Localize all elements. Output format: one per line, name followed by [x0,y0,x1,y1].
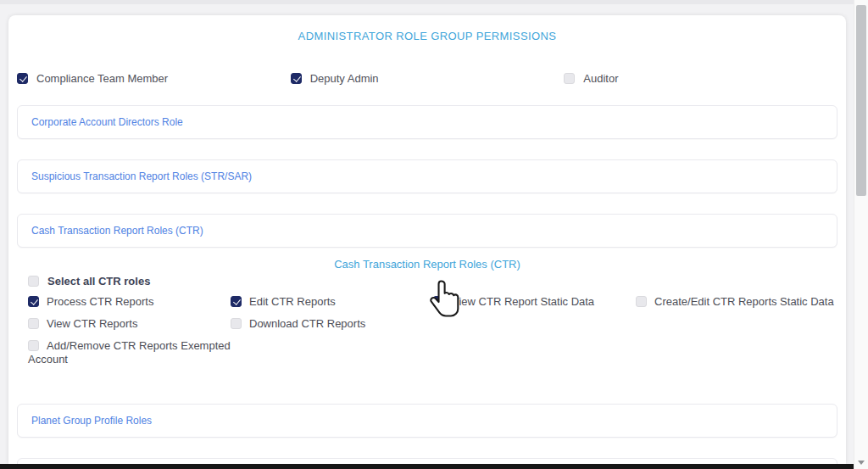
perm-checkbox-process-ctr-reports[interactable]: Process CTR Reports [28,295,231,309]
panel-corporate-account-directors[interactable]: Corporate Account Directors Role [17,105,837,139]
checkbox-icon[interactable] [231,296,242,307]
checkbox-label: Compliance Team Member [36,72,168,85]
perm-checkbox-view-ctr-report-static-data[interactable]: View CTR Report Static Data [433,295,636,309]
role-checkbox-deputy-admin[interactable]: Deputy Admin [291,71,565,85]
checkbox-icon[interactable] [17,73,28,84]
checkbox-icon[interactable] [636,296,647,307]
ctr-expanded-section: Cash Transaction Report Roles (CTR) Sele… [8,258,846,366]
app-viewport: ADMINISTRATOR ROLE GROUP PERMISSIONS Com… [0,0,868,469]
role-checkbox-compliance-team-member[interactable]: Compliance Team Member [17,71,291,85]
perm-checkbox-download-ctr-reports[interactable]: Download CTR Reports [231,317,433,331]
checkbox-icon[interactable] [291,73,302,84]
checkbox-icon[interactable] [564,73,575,84]
checkbox-icon[interactable] [231,318,242,329]
checkbox-label: Edit CTR Reports [249,295,336,308]
perm-checkbox-add-remove-ctr-exempted-account[interactable]: Add/Remove CTR Reports Exempted Account [28,339,231,366]
checkbox-icon[interactable] [433,296,444,307]
select-all-ctr-roles-checkbox[interactable]: Select all CTR roles [28,274,846,288]
checkbox-label: Process CTR Reports [47,295,153,308]
vertical-scrollbar[interactable] [854,0,868,469]
panel-label: Cash Transaction Report Roles (CTR) [31,225,203,237]
checkbox-label: Auditor [583,72,618,85]
perm-checkbox-view-ctr-reports[interactable]: View CTR Reports [28,317,231,331]
ctr-section-title: Cash Transaction Report Roles (CTR) [8,258,846,271]
ctr-permissions-grid: Process CTR Reports Edit CTR Reports Vie… [28,295,846,366]
checkbox-label: View CTR Report Static Data [452,295,594,308]
panel-label: Suspicious Transaction Report Roles (STR… [31,170,252,182]
perm-checkbox-create-edit-ctr-static-data[interactable]: Create/Edit CTR Reports Static Data [636,295,838,309]
perm-checkbox-edit-ctr-reports[interactable]: Edit CTR Reports [231,295,433,309]
panel-str-sar-roles[interactable]: Suspicious Transaction Report Roles (STR… [17,159,837,193]
checkbox-icon[interactable] [28,340,39,351]
checkbox-icon[interactable] [28,318,39,329]
role-checkbox-auditor[interactable]: Auditor [564,71,837,85]
role-group-row: Compliance Team Member Deputy Admin Audi… [8,71,846,85]
panel-planet-group-profile-roles[interactable]: Planet Group Profile Roles [17,404,837,438]
checkbox-icon[interactable] [28,276,39,287]
chevron-down-icon[interactable] [854,457,868,467]
panel-label: Corporate Account Directors Role [31,116,183,128]
panel-ctr-roles-header[interactable]: Cash Transaction Report Roles (CTR) [17,214,837,248]
checkbox-label: View CTR Reports [47,317,137,330]
checkbox-icon[interactable] [28,296,39,307]
top-strip [0,0,868,4]
panel-label: Planet Group Profile Roles [31,415,152,427]
checkbox-label: Select all CTR roles [47,275,150,288]
permissions-card: ADMINISTRATOR ROLE GROUP PERMISSIONS Com… [8,15,846,464]
bottom-edge-bar [0,464,854,469]
checkbox-label: Download CTR Reports [249,317,365,330]
checkbox-label: Create/Edit CTR Reports Static Data [654,295,834,308]
checkbox-label: Add/Remove CTR Reports Exempted Account [28,339,231,366]
scrollbar-thumb[interactable] [856,5,866,196]
page-title: ADMINISTRATOR ROLE GROUP PERMISSIONS [8,15,846,42]
checkbox-label: Deputy Admin [310,72,379,85]
